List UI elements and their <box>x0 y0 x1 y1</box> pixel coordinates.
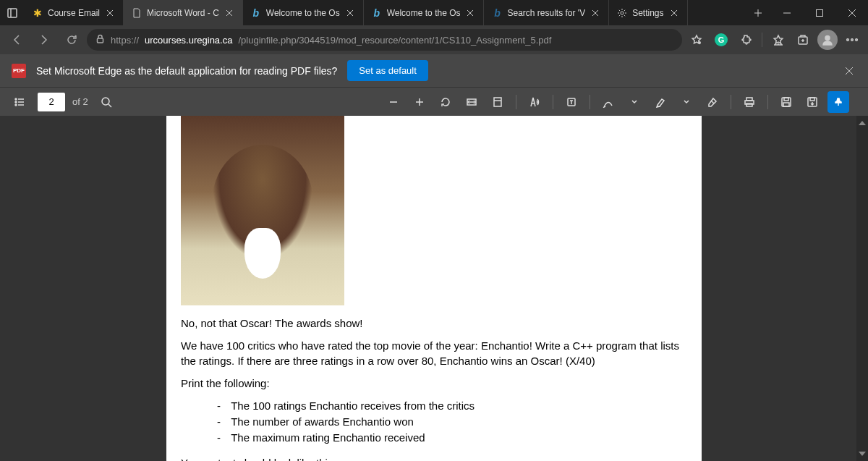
star-icon: ✱ <box>32 7 43 19</box>
banner-close-button[interactable] <box>841 62 858 80</box>
tab-oscars-1[interactable]: b Welcome to the Os <box>243 0 364 25</box>
contents-button[interactable] <box>9 91 30 113</box>
svg-point-29 <box>847 39 849 41</box>
lock-icon <box>95 34 105 46</box>
save-as-button[interactable] <box>801 91 823 113</box>
svg-point-40 <box>102 98 109 105</box>
chevron-down-icon[interactable] <box>676 91 697 113</box>
close-icon[interactable] <box>668 7 680 19</box>
tab-label: Settings <box>632 8 663 18</box>
rotate-button[interactable] <box>435 91 456 113</box>
draw-button[interactable] <box>597 91 619 113</box>
back-button[interactable] <box>4 28 29 52</box>
bing-icon: b <box>491 7 503 19</box>
svg-point-31 <box>856 39 858 41</box>
close-icon[interactable] <box>344 7 356 19</box>
tab-actions-icon[interactable] <box>0 7 25 19</box>
svg-rect-0 <box>8 9 17 17</box>
svg-rect-21 <box>98 38 103 43</box>
address-bar[interactable]: https://urcourses.uregina.ca/pluginfile.… <box>87 29 682 51</box>
zoom-out-button[interactable] <box>383 91 404 113</box>
tab-strip: ✱ Course Email Microsoft Word - C b Welc… <box>25 0 746 25</box>
bing-icon: b <box>371 7 383 19</box>
svg-point-38 <box>15 104 17 106</box>
collections-button[interactable] <box>791 28 814 51</box>
svg-rect-47 <box>494 98 501 106</box>
pdf-badge-icon: PDF <box>12 64 26 78</box>
svg-line-50 <box>711 101 714 103</box>
banner-text: Set Microsoft Edge as the default applic… <box>36 65 337 77</box>
profile-button[interactable] <box>816 28 839 51</box>
fit-width-button[interactable] <box>461 91 482 113</box>
read-aloud-button[interactable] <box>524 91 545 113</box>
svg-rect-55 <box>784 98 788 101</box>
tab-label: Microsoft Word - C <box>147 8 219 18</box>
gear-icon <box>616 7 628 19</box>
svg-rect-18 <box>816 9 822 16</box>
svg-point-34 <box>15 98 17 100</box>
svg-point-36 <box>15 101 17 103</box>
tab-settings[interactable]: Settings <box>609 0 687 25</box>
close-icon[interactable] <box>464 7 476 19</box>
close-icon[interactable] <box>224 7 235 19</box>
page-number-input[interactable] <box>38 93 65 111</box>
url-path: /pluginfile.php/3044519/mod_resource/con… <box>238 35 551 46</box>
page-total: of 2 <box>72 96 88 107</box>
more-button[interactable] <box>841 28 864 51</box>
extension-icon[interactable] <box>734 28 757 51</box>
dog-image <box>181 116 344 305</box>
pdf-page: No, not that Oscar! The awards show! We … <box>166 116 702 461</box>
document-icon <box>131 7 142 19</box>
svg-rect-58 <box>810 98 814 101</box>
save-button[interactable] <box>775 91 797 113</box>
svg-point-22 <box>698 41 701 44</box>
print-heading: Print the following: <box>181 376 687 391</box>
refresh-button[interactable] <box>59 28 84 52</box>
pin-toolbar-button[interactable] <box>827 91 849 113</box>
output-heading: Your output should look like this: <box>181 455 687 461</box>
list-item: The 100 ratings Enchantio receives from … <box>217 398 687 413</box>
forward-button[interactable] <box>32 28 56 52</box>
page-view-button[interactable] <box>487 91 509 113</box>
tab-course-email[interactable]: ✱ Course Email <box>25 0 124 25</box>
tab-label: Search results for 'V <box>507 8 585 18</box>
list-item: The number of awards Enchantio won <box>217 414 687 429</box>
tab-oscars-2[interactable]: b Welcome to the Os <box>364 0 485 25</box>
svg-point-30 <box>851 39 854 41</box>
close-icon[interactable] <box>104 7 116 19</box>
close-window-button[interactable] <box>835 0 868 25</box>
new-tab-button[interactable] <box>746 9 770 17</box>
bing-icon: b <box>250 7 262 19</box>
svg-rect-56 <box>783 103 789 106</box>
url-prefix: https:// <box>111 35 139 46</box>
list-item: The maximum rating Enchantio received <box>217 430 687 445</box>
favorites-bar-button[interactable] <box>767 28 790 51</box>
close-icon[interactable] <box>590 7 601 19</box>
body-text: No, not that Oscar! The awards show! <box>181 316 687 331</box>
scroll-up-arrow[interactable] <box>856 117 868 129</box>
svg-line-41 <box>109 104 111 107</box>
set-default-button[interactable]: Set as default <box>347 60 428 81</box>
tab-search[interactable]: b Search results for 'V <box>484 0 609 25</box>
erase-button[interactable] <box>702 91 723 113</box>
svg-rect-53 <box>746 103 752 106</box>
svg-point-12 <box>621 12 624 14</box>
search-button[interactable] <box>95 91 117 113</box>
bullet-list: The 100 ratings Enchantio receives from … <box>217 398 687 445</box>
text-tool-button[interactable] <box>561 91 582 113</box>
vertical-scrollbar[interactable] <box>856 116 868 461</box>
grammarly-icon[interactable]: G <box>710 28 733 51</box>
zoom-in-button[interactable] <box>409 91 430 113</box>
tab-word-doc[interactable]: Microsoft Word - C <box>124 0 243 25</box>
tab-label: Welcome to the Os <box>387 8 461 18</box>
minimize-button[interactable] <box>770 0 803 25</box>
tab-label: Welcome to the Os <box>266 8 340 18</box>
chevron-down-icon[interactable] <box>624 91 645 113</box>
url-host: urcourses.uregina.ca <box>145 35 232 46</box>
highlight-button[interactable] <box>650 91 671 113</box>
maximize-button[interactable] <box>803 0 835 25</box>
tab-label: Course Email <box>48 8 100 18</box>
favorite-button[interactable] <box>685 28 708 51</box>
print-button[interactable] <box>739 91 760 113</box>
scroll-down-arrow[interactable] <box>856 448 868 460</box>
